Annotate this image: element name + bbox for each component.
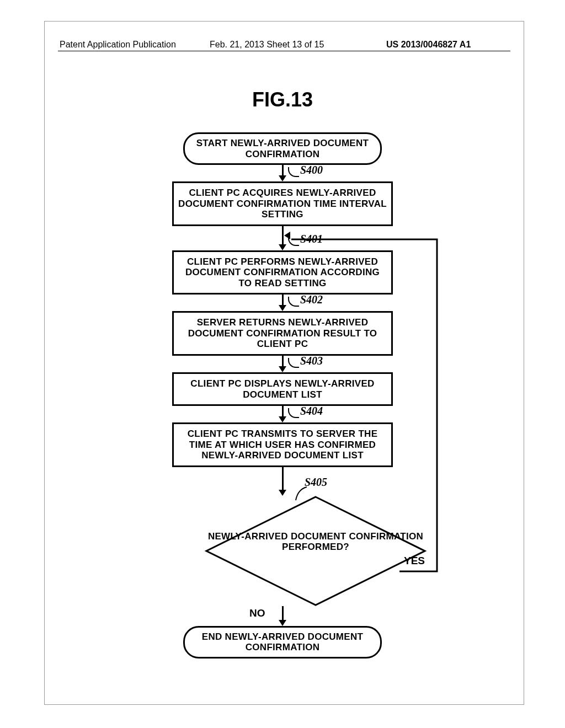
connector: S403 [139, 356, 426, 372]
step-label-s403: S403 [300, 355, 323, 367]
connector: S400 [139, 165, 426, 181]
step-label-s400: S400 [300, 164, 323, 176]
header-rule [58, 51, 510, 51]
process-s400: CLIENT PC ACQUIRES NEWLY-ARRIVED DOCUMEN… [172, 181, 393, 226]
flowchart: START NEWLY-ARRIVED DOCUMENT CONFIRMATIO… [139, 132, 426, 659]
connector: NO [139, 606, 426, 626]
connector: S404 [139, 406, 426, 422]
header-left: Patent Application Publication [60, 40, 176, 50]
process-s402: SERVER RETURNS NEWLY-ARRIVED DOCUMENT CO… [172, 311, 393, 356]
process-s401: CLIENT PC PERFORMS NEWLY-ARRIVED DOCUMEN… [172, 250, 393, 295]
decision-diamond: NEWLY-ARRIVED DOCUMENT CONFIRMATION PERF… [172, 496, 393, 606]
header-center: Feb. 21, 2013 Sheet 13 of 15 [210, 40, 324, 50]
step-label-s402: S402 [300, 293, 323, 306]
connector: S401 [139, 226, 426, 250]
figure-title: FIG.13 [0, 88, 565, 111]
label-yes: YES [404, 555, 425, 567]
decision-text: NEWLY-ARRIVED DOCUMENT CONFIRMATION PERF… [205, 531, 426, 553]
connector: S402 [139, 295, 426, 311]
connector: S405 [139, 467, 426, 496]
label-no: NO [249, 607, 265, 619]
terminal-end: END NEWLY-ARRIVED DOCUMENT CONFIRMATION [183, 626, 382, 659]
terminal-start: START NEWLY-ARRIVED DOCUMENT CONFIRMATIO… [183, 132, 382, 165]
step-label-s404: S404 [300, 405, 323, 417]
step-label-s401: S401 [300, 233, 323, 245]
header-right: US 2013/0046827 A1 [386, 40, 471, 50]
process-s403: CLIENT PC DISPLAYS NEWLY-ARRIVED DOCUMEN… [172, 372, 393, 406]
process-s404: CLIENT PC TRANSMITS TO SERVER THE TIME A… [172, 422, 393, 467]
